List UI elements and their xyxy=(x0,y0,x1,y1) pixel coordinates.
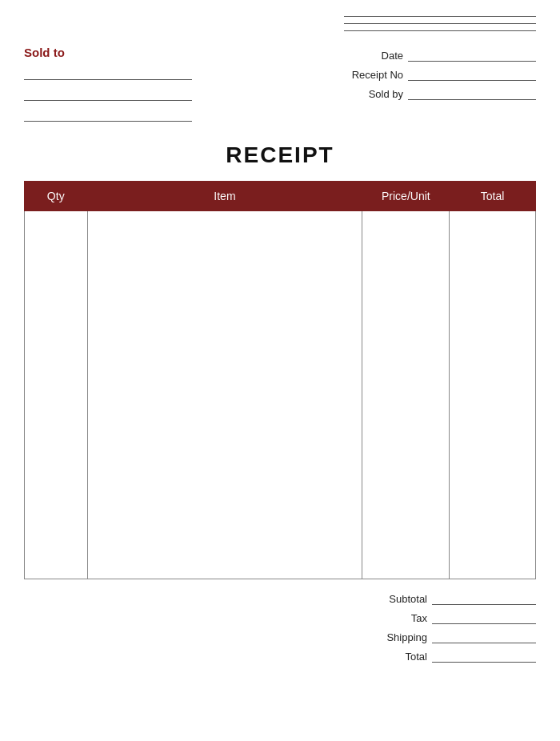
header-total: Total xyxy=(450,182,536,211)
tax-value[interactable] xyxy=(432,610,536,624)
sold-to-section: Sold to Date Receipt No Sold by xyxy=(24,46,536,128)
table-header-row: Qty Item Price/Unit Total xyxy=(25,182,536,211)
sold-to-line-2[interactable] xyxy=(24,86,192,101)
header-item: Item xyxy=(87,182,362,211)
receipt-table: Qty Item Price/Unit Total xyxy=(24,181,536,579)
tax-label: Tax xyxy=(368,612,432,624)
sold-to-left: Sold to xyxy=(24,46,192,128)
sold-to-label: Sold to xyxy=(24,46,192,59)
total-cell[interactable] xyxy=(450,211,536,579)
date-row: Date xyxy=(339,47,536,62)
subtotal-label: Subtotal xyxy=(368,593,432,605)
sold-by-label: Sold by xyxy=(339,88,403,100)
receipt-no-label: Receipt No xyxy=(339,69,403,81)
sold-by-row: Sold by xyxy=(339,86,536,100)
total-row: Total xyxy=(24,648,536,663)
shipping-label: Shipping xyxy=(368,631,432,643)
top-lines-section xyxy=(24,16,536,38)
date-field[interactable] xyxy=(408,47,536,62)
table-data-row xyxy=(25,211,536,579)
shipping-row: Shipping xyxy=(24,629,536,643)
item-cell[interactable] xyxy=(87,211,362,579)
top-line-1 xyxy=(344,16,536,17)
sold-to-line-1[interactable] xyxy=(24,66,192,80)
sold-by-field[interactable] xyxy=(408,86,536,100)
summary-section: Subtotal Tax Shipping Total xyxy=(24,579,536,663)
tax-row: Tax xyxy=(24,610,536,624)
receipt-title: RECEIPT xyxy=(24,142,536,168)
shipping-value[interactable] xyxy=(432,629,536,643)
top-line-3 xyxy=(344,30,536,31)
header-price-unit: Price/Unit xyxy=(362,182,450,211)
total-label: Total xyxy=(368,651,432,663)
receipt-page: Sold to Date Receipt No Sold by RECEIPT xyxy=(0,0,560,741)
receipt-no-row: Receipt No xyxy=(339,66,536,81)
header-qty: Qty xyxy=(25,182,88,211)
date-label: Date xyxy=(339,50,403,62)
price-cell[interactable] xyxy=(362,211,450,579)
fields-section: Date Receipt No Sold by xyxy=(339,46,536,128)
qty-cell[interactable] xyxy=(25,211,88,579)
total-value[interactable] xyxy=(432,648,536,663)
subtotal-row: Subtotal xyxy=(24,591,536,605)
sold-to-line-3[interactable] xyxy=(24,107,192,122)
subtotal-value[interactable] xyxy=(432,591,536,605)
top-line-2 xyxy=(344,23,536,24)
receipt-no-field[interactable] xyxy=(408,66,536,81)
